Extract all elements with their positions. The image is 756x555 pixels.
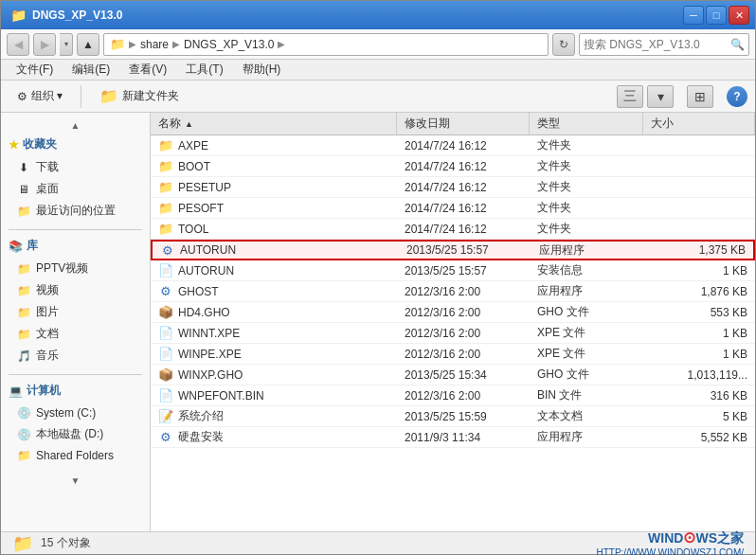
table-row[interactable]: 📄 WNPEFONT.BIN 2012/3/16 2:00 BIN 文件 316… — [151, 385, 755, 406]
watermark-brand: WIND⊙WS之家 — [596, 528, 744, 547]
search-box[interactable]: 🔍 — [579, 33, 749, 56]
file-size-cell: 316 KB — [643, 389, 755, 403]
table-row[interactable]: 📁 AXPE 2014/7/24 16:12 文件夹 — [151, 135, 755, 156]
documents-label: 文档 — [36, 326, 59, 342]
table-row[interactable]: 📁 PESOFT 2014/7/24 16:12 文件夹 — [151, 198, 755, 219]
file-size-cell: 5,552 KB — [643, 431, 755, 444]
sidebar-item-recent[interactable]: 📁 最近访问的位置 — [1, 200, 150, 222]
menu-bar: 文件(F) 编辑(E) 查看(V) 工具(T) 帮助(H) — [1, 60, 755, 81]
col-header-size[interactable]: 大小 — [643, 113, 755, 134]
history-dropdown[interactable]: ▾ — [60, 33, 73, 56]
menu-tools[interactable]: 工具(T) — [178, 60, 230, 80]
search-input[interactable] — [584, 38, 727, 51]
details-view-button[interactable]: ⊞ — [687, 85, 713, 108]
new-folder-icon: 📁 — [99, 87, 118, 105]
file-icon: ⚙ — [158, 284, 173, 299]
table-row[interactable]: 📄 WINPE.XPE 2012/3/16 2:00 XPE 文件 1 KB — [151, 344, 755, 365]
refresh-button[interactable]: ↻ — [552, 33, 575, 56]
file-size-cell: 5 KB — [643, 410, 755, 423]
file-name-cell: ⚙ GHOST — [151, 284, 397, 299]
table-row[interactable]: 📝 系统介绍 2013/5/25 15:59 文本文档 5 KB — [151, 406, 755, 427]
pptv-icon: 📁 — [16, 261, 31, 277]
file-name-text: AUTORUN — [180, 243, 236, 257]
view-icon: 三 — [623, 88, 637, 105]
file-name-text: PESETUP — [178, 181, 231, 194]
file-name-text: HD4.GHO — [178, 306, 230, 319]
watermark-area: WIND⊙WS之家 HTTP://WWW.WINDOWSZJ.COM/ — [596, 528, 744, 555]
table-row[interactable]: 📄 AUTORUN 2013/5/25 15:57 安装信息 1 KB — [151, 260, 755, 281]
table-row[interactable]: 📁 BOOT 2014/7/24 16:12 文件夹 — [151, 156, 755, 177]
sidebar-scroll-down[interactable]: ▼ — [1, 474, 150, 488]
view-options-button[interactable]: ▾ — [647, 85, 674, 108]
status-folder-icon: 📁 — [12, 533, 33, 554]
sidebar-item-desktop[interactable]: 🖥 桌面 — [1, 178, 150, 200]
col-type-label: 类型 — [537, 116, 560, 132]
col-header-name[interactable]: 名称 ▲ — [151, 113, 397, 134]
music-icon: 🎵 — [16, 349, 31, 364]
table-row[interactable]: ⚙ AUTORUN 2013/5/25 15:57 应用程序 1,375 KB — [151, 240, 755, 260]
sidebar-scroll-up[interactable]: ▲ — [1, 118, 150, 133]
col-header-type[interactable]: 类型 — [530, 113, 643, 134]
sidebar-item-pptv[interactable]: 📁 PPTV视频 — [1, 258, 150, 279]
menu-file[interactable]: 文件(F) — [9, 60, 61, 80]
sidebar-item-shared[interactable]: 📁 Shared Folders — [1, 445, 150, 466]
music-label: 音乐 — [36, 348, 59, 364]
file-list-header: 名称 ▲ 修改日期 类型 大小 — [151, 113, 755, 135]
view-toggle-button[interactable]: 三 — [617, 85, 643, 108]
file-type-cell: GHO 文件 — [530, 367, 643, 383]
file-type-cell: 文本文档 — [530, 408, 643, 424]
file-list: 📁 AXPE 2014/7/24 16:12 文件夹 📁 BOOT 2014/7… — [151, 135, 755, 531]
file-name-text: AXPE — [178, 139, 208, 152]
sidebar-item-music[interactable]: 🎵 音乐 — [1, 345, 150, 367]
file-type-cell: 文件夹 — [530, 200, 643, 216]
organize-button[interactable]: ⚙ 组织 ▾ — [9, 83, 71, 109]
sidebar-item-d-drive[interactable]: 💿 本地磁盘 (D:) — [1, 423, 150, 445]
table-row[interactable]: 📦 HD4.GHO 2012/3/16 2:00 GHO 文件 553 KB — [151, 302, 755, 323]
table-row[interactable]: 📄 WINNT.XPE 2012/3/16 2:00 XPE 文件 1 KB — [151, 323, 755, 344]
table-row[interactable]: ⚙ 硬盘安装 2011/9/3 11:34 应用程序 5,552 KB — [151, 427, 755, 448]
forward-button[interactable]: ▶ — [33, 33, 56, 56]
sidebar-item-documents[interactable]: 📁 文档 — [1, 323, 150, 345]
computer-icon: 💻 — [9, 385, 23, 398]
file-icon: 📁 — [158, 201, 173, 216]
recent-icon: 📁 — [16, 204, 31, 219]
favorites-icon: ★ — [9, 138, 19, 152]
col-header-date[interactable]: 修改日期 — [397, 113, 530, 134]
col-size-label: 大小 — [651, 116, 674, 132]
sidebar-item-pictures[interactable]: 📁 图片 — [1, 301, 150, 323]
sidebar-divider-1 — [9, 229, 142, 230]
up-button[interactable]: ▲ — [77, 33, 99, 56]
back-button[interactable]: ◀ — [7, 33, 29, 56]
file-name-cell: ⚙ AUTORUN — [153, 242, 399, 258]
file-date-cell: 2014/7/24 16:12 — [397, 139, 530, 152]
maximize-button[interactable]: □ — [706, 6, 727, 25]
menu-edit[interactable]: 编辑(E) — [64, 60, 117, 80]
new-folder-label: 新建文件夹 — [122, 88, 179, 104]
c-drive-icon: 💿 — [16, 405, 31, 421]
table-row[interactable]: 📦 WINXP.GHO 2013/5/25 15:34 GHO 文件 1,013… — [151, 365, 755, 385]
minimize-button[interactable]: ─ — [683, 6, 704, 25]
file-date-cell: 2014/7/24 16:12 — [397, 160, 530, 173]
table-row[interactable]: 📁 PESETUP 2014/7/24 16:12 文件夹 — [151, 177, 755, 198]
sidebar-item-c-drive[interactable]: 💿 System (C:) — [1, 403, 150, 423]
menu-view[interactable]: 查看(V) — [121, 60, 174, 80]
path-current: DNGS_XP_V13.0 — [184, 38, 274, 51]
new-folder-button[interactable]: 📁 新建文件夹 — [91, 82, 188, 110]
shared-label: Shared Folders — [36, 449, 114, 462]
library-label: 库 — [27, 238, 38, 254]
table-row[interactable]: 📁 TOOL 2014/7/24 16:12 文件夹 — [151, 219, 755, 240]
help-button[interactable]: ? — [727, 86, 747, 107]
c-drive-label: System (C:) — [36, 406, 96, 420]
sidebar-item-download[interactable]: ⬇ 下载 — [1, 156, 150, 178]
sidebar-item-video[interactable]: 📁 视频 — [1, 279, 150, 301]
sidebar-favorites-header: ★ 收藏夹 — [1, 133, 150, 156]
file-type-cell: XPE 文件 — [530, 325, 643, 341]
path-icon: 📁 — [110, 37, 125, 51]
file-type-cell: 文件夹 — [530, 179, 643, 195]
table-row[interactable]: ⚙ GHOST 2012/3/16 2:00 应用程序 1,876 KB — [151, 281, 755, 302]
address-path[interactable]: 📁 ▶ share ▶ DNGS_XP_V13.0 ▶ — [103, 33, 549, 56]
close-button[interactable]: ✕ — [729, 6, 749, 25]
folder-title-icon: 📁 — [10, 8, 27, 23]
menu-help[interactable]: 帮助(H) — [235, 60, 289, 80]
file-name-cell: 📄 AUTORUN — [151, 263, 397, 278]
